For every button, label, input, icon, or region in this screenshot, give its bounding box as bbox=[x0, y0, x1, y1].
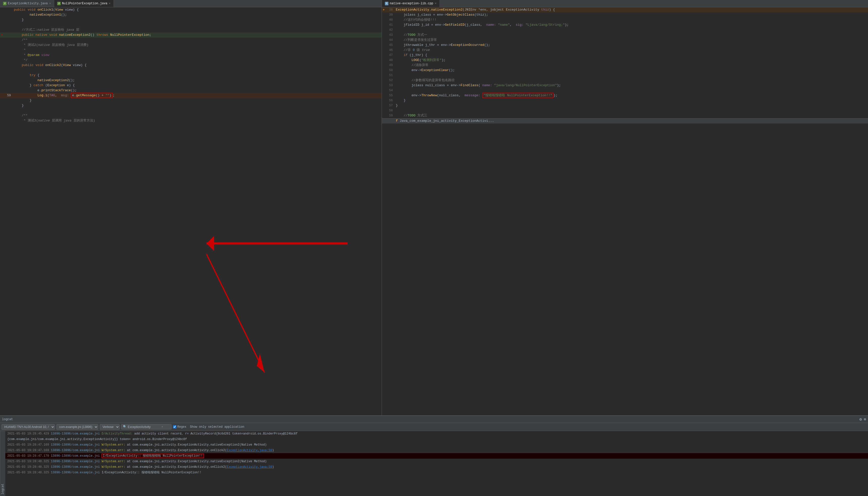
code-line-function-hint: f Java_com_example_jni_activity_Exceptio… bbox=[382, 118, 868, 124]
log-pid: 13896-13896/com.example.jni bbox=[51, 449, 102, 452]
code-line: public void onClick1(View view) { bbox=[0, 7, 382, 12]
code-line: * @param view bbox=[0, 53, 382, 58]
line-content: LOGE("检测到异常"); bbox=[395, 58, 868, 63]
line-content: //非 0 级 true bbox=[395, 48, 868, 53]
line-num: 57 bbox=[386, 103, 395, 108]
tab-cpp-label: native-exception-lib.cpp bbox=[390, 2, 433, 5]
search-clear-icon[interactable]: × bbox=[161, 425, 163, 429]
line-content: ExceptionActivity.nativeException2(JNIEn… bbox=[395, 7, 868, 12]
line-content-59: Log.i(TAG, msg: e.getMessage() + ""); bbox=[13, 93, 382, 98]
log-msg: at com.example.jni.activity.ExceptionAct… bbox=[127, 460, 267, 463]
code-line bbox=[0, 108, 382, 113]
log-msg: {com.example.jni/com.example.jni.activit… bbox=[7, 437, 187, 441]
code-line: } bbox=[0, 17, 382, 22]
log-line: 2021-05-03 19:28:48.325 13896-13896/com.… bbox=[5, 470, 868, 475]
gutter: ● bbox=[0, 32, 4, 37]
code-line: */ bbox=[0, 58, 382, 63]
line-content: //方式二:native 层反映给 java 层 bbox=[13, 28, 382, 32]
line-num: 54 bbox=[386, 88, 395, 93]
device-select[interactable]: HUAWEI TNY-AL00 Android 10, / bbox=[1, 424, 55, 430]
line-num-55: 55 bbox=[386, 93, 395, 98]
code-line: 54 bbox=[382, 88, 868, 93]
log-tag: I/ExceptionActivity:: 报错啦报错啦 NullPointer… bbox=[101, 454, 204, 458]
line-content: * @param view bbox=[13, 53, 382, 58]
line-num: 41 bbox=[386, 22, 395, 28]
tab-null-pointer[interactable]: J NullPointerException.java × bbox=[54, 0, 114, 7]
logcat-panel: logcat ⚙ ⊞ HUAWEI TNY-AL00 Android 10, /… bbox=[0, 415, 868, 496]
tab-close-icon2[interactable]: × bbox=[109, 2, 111, 5]
log-line: 2021-05-03 19:28:47.169 13896-13896/com.… bbox=[5, 442, 868, 448]
tab-cpp[interactable]: C native-exception-lib.cpp × bbox=[382, 0, 439, 7]
log-date: 2021-05-03 19:28:48.325 bbox=[7, 471, 51, 474]
code-line: } bbox=[0, 98, 382, 103]
code-line: //方式二:native 层反映给 java 层 bbox=[0, 28, 382, 32]
line-num: 59 bbox=[386, 113, 395, 118]
log-date: 2021-05-03 19:28:48.325 bbox=[7, 465, 51, 469]
search-input[interactable] bbox=[128, 425, 160, 429]
code-line: 57 } bbox=[382, 103, 868, 108]
line-content: public void onClick1(View view) { bbox=[13, 7, 382, 12]
log-link[interactable]: ExceptionActivity.java:59 bbox=[227, 449, 272, 452]
logcat-settings-icon[interactable]: ⚙ bbox=[859, 417, 862, 422]
line-num: 48 bbox=[386, 58, 395, 63]
level-select[interactable]: Verbose bbox=[100, 424, 119, 430]
tab-close-icon[interactable]: × bbox=[49, 2, 51, 5]
line-content: nativeException2(); bbox=[13, 78, 382, 83]
log-tag: I/ExceptionActivity:: bbox=[101, 471, 141, 474]
log-msg: at com.example.jni.activity.ExceptionAct… bbox=[127, 449, 274, 452]
code-line: 42 bbox=[382, 28, 868, 32]
code-line: try { bbox=[0, 73, 382, 78]
search-box: 🔍 × bbox=[121, 424, 172, 430]
log-msg: add activity client record, r= ActivityR… bbox=[134, 432, 298, 435]
line-content: } bbox=[13, 103, 382, 108]
left-code-area[interactable]: public void onClick1(View view) { native… bbox=[0, 7, 382, 415]
code-line: /** bbox=[0, 37, 382, 43]
tab-label2: NullPointerException.java bbox=[62, 2, 107, 5]
log-pid: 13896-13896/com.example.jni bbox=[51, 471, 102, 474]
code-line: } bbox=[0, 103, 382, 108]
code-line: 44 //判断是否发生过异常 bbox=[382, 37, 868, 43]
regex-checkbox[interactable] bbox=[173, 425, 176, 429]
line-num: 52 bbox=[386, 78, 395, 83]
log-line: 2021-05-03 19:28:47.169 13896-13896/com.… bbox=[5, 448, 868, 453]
line-num: 53 bbox=[386, 83, 395, 88]
log-pid: 13896-13896/com.example.jni bbox=[51, 454, 102, 458]
right-code-area[interactable]: ▶ 38 ExceptionActivity.nativeException2(… bbox=[382, 7, 868, 415]
logcat-split-icon[interactable]: ⊞ bbox=[864, 417, 866, 421]
app-select[interactable]: com.example.jni (13896) bbox=[57, 424, 98, 430]
right-tab-bar: C native-exception-lib.cpp × bbox=[382, 0, 868, 7]
code-line: 47 if (j_thr) { bbox=[382, 53, 868, 58]
logcat-header: logcat ⚙ ⊞ bbox=[0, 416, 868, 423]
line-content: */ bbox=[13, 58, 382, 63]
line-content: env->ExceptionClear(); bbox=[395, 68, 868, 73]
line-num: 50 bbox=[386, 68, 395, 73]
line-num: 44 bbox=[386, 37, 395, 43]
tab-close-cpp[interactable]: × bbox=[435, 2, 436, 5]
log-line: 2021-05-03 19:28:45.429 13896-13896/com.… bbox=[5, 431, 868, 436]
logcat-content[interactable]: 2021-05-03 19:28:45.429 13896-13896/com.… bbox=[5, 431, 868, 496]
log-date: 2021-05-03 19:28:47.170 bbox=[7, 454, 51, 458]
log-link2[interactable]: ExceptionActivity.java:59 bbox=[227, 465, 272, 469]
left-pane: J ExceptionActivity.java × J NullPointer… bbox=[0, 0, 382, 415]
left-tab-bar: J ExceptionActivity.java × J NullPointer… bbox=[0, 0, 382, 7]
code-line: } catch (Exception e) { bbox=[0, 83, 382, 88]
code-line bbox=[0, 22, 382, 28]
code-line: 43 //TODO 方式一 bbox=[382, 32, 868, 37]
code-line: 50 env->ExceptionClear(); bbox=[382, 68, 868, 73]
code-line-59: 59 Log.i(TAG, msg: e.getMessage() + ""); bbox=[0, 93, 382, 98]
line-content: jthrowable j_thr = env->ExceptionOccurre… bbox=[395, 43, 868, 48]
tab-exception-activity[interactable]: J ExceptionActivity.java × bbox=[0, 0, 54, 7]
line-content: if (j_thr) { bbox=[395, 53, 868, 58]
code-line bbox=[0, 68, 382, 73]
line-num: 51 bbox=[386, 73, 395, 78]
line-content: } bbox=[395, 103, 868, 108]
line-content: * 测试2(native 层反映给 java 层消费) bbox=[13, 43, 382, 48]
code-line: 46 //非 0 级 true bbox=[382, 48, 868, 53]
line-content: jclass null_class = env->FindClass( name… bbox=[395, 83, 868, 88]
code-line: 40 //这行代码会报错!!! bbox=[382, 17, 868, 22]
line-content: } catch (Exception e) { bbox=[13, 83, 382, 88]
logcat-body: logcat 2021-05-03 19:28:45.429 13896-138… bbox=[0, 431, 868, 496]
code-line: 52 //参数填写的是异常包名路径 bbox=[382, 78, 868, 83]
line-content: /** bbox=[13, 37, 382, 43]
log-pid: 13896-13896/com.example.jni bbox=[51, 443, 102, 447]
